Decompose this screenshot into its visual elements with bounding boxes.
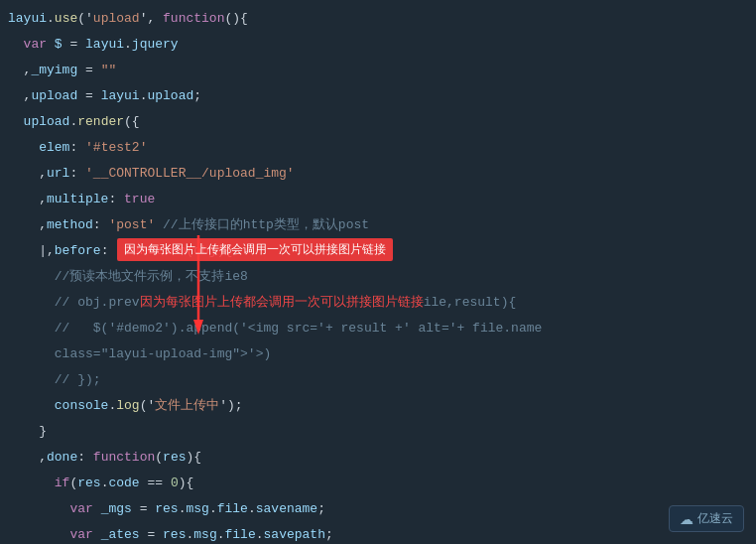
code-line: ,done: function(res){ — [0, 445, 756, 471]
code-line: elem: '#test2' — [0, 135, 756, 161]
code-line: upload.render({ — [0, 109, 756, 135]
code-line: var _ates = res.msg.file.savepath; — [0, 522, 756, 544]
code-line: ,method: 'post' //上传接口的http类型，默认post — [0, 212, 756, 238]
code-line: if(res.code == 0){ — [0, 471, 756, 496]
code-line: ,multiple: true — [0, 187, 756, 212]
code-line: layui.use('upload', function(){ — [0, 6, 756, 32]
code-editor: layui.use('upload', function(){ var $ = … — [0, 0, 756, 544]
code-line: // $('#demo2').append('<img src='+ resul… — [0, 316, 756, 341]
code-line: var $ = layui.jquery — [0, 32, 756, 58]
code-line: ,url: '__CONTROLLER__/upload_img' — [0, 161, 756, 187]
code-line: console.log('文件上传中'); — [0, 393, 756, 419]
code-line: // }); — [0, 367, 756, 393]
watermark-text: 亿速云 — [697, 510, 733, 527]
code-line: class="layui-upload-img">'>) — [0, 341, 756, 367]
code-line: } — [0, 419, 756, 445]
code-line: ,_myimg = "" — [0, 58, 756, 83]
watermark: ☁ 亿速云 — [669, 505, 744, 532]
watermark-icon: ☁ — [680, 511, 693, 527]
code-line: ,upload = layui.upload; — [0, 83, 756, 109]
code-line: var _mgs = res.msg.file.savename; — [0, 496, 756, 522]
code-line: |,before: function(obj){ — [0, 238, 756, 264]
code-line: // obj.prev因为每张图片上传都会调用一次可以拼接图片链接ile,res… — [0, 290, 756, 316]
code-line: //预读本地文件示例，不支持ie8 — [0, 264, 756, 290]
